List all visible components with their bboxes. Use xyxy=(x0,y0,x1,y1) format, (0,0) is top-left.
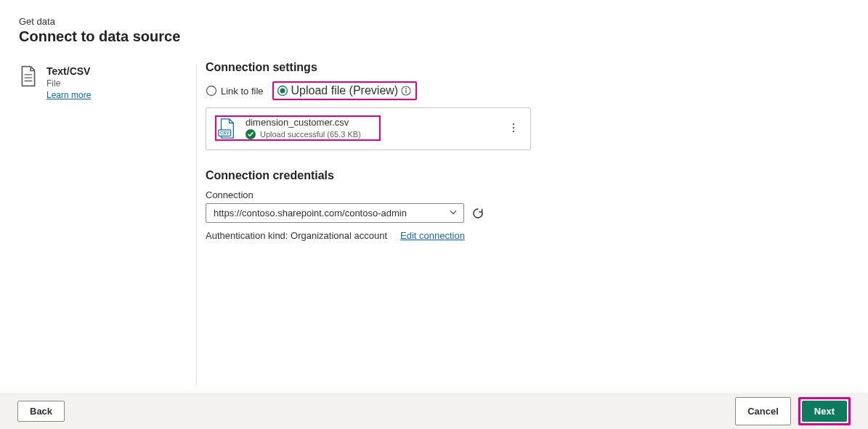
svg-point-10 xyxy=(513,126,514,128)
next-button-highlight: Next xyxy=(798,397,851,425)
connector-name: Text/CSV xyxy=(46,65,91,77)
breadcrumb: Get data xyxy=(19,16,849,27)
connection-mode-radio-group: Link to file Upload file (Preview) xyxy=(206,81,849,100)
radio-unchecked-icon xyxy=(206,85,217,97)
svg-point-0 xyxy=(207,86,216,96)
authentication-kind: Authentication kind: Organizational acco… xyxy=(206,230,387,241)
edit-connection-link[interactable]: Edit connection xyxy=(400,230,465,241)
page-title: Connect to data source xyxy=(19,28,849,45)
back-button[interactable]: Back xyxy=(17,401,65,422)
upload-status-text: Upload successful (65.3 KB) xyxy=(260,130,361,139)
uploaded-file-card: CSV dimension_customer.csv Upload succes… xyxy=(206,107,531,150)
dialog-footer: Back Cancel Next xyxy=(0,393,868,429)
refresh-icon[interactable] xyxy=(471,207,484,220)
document-icon xyxy=(19,65,38,87)
svg-point-2 xyxy=(280,89,285,94)
svg-point-11 xyxy=(513,130,514,131)
connector-subtype: File xyxy=(46,78,91,89)
uploaded-file-name: dimension_customer.csv xyxy=(246,117,361,128)
radio-link-to-file-label: Link to file xyxy=(221,86,264,97)
svg-rect-5 xyxy=(405,90,406,94)
radio-upload-file[interactable]: Upload file (Preview) xyxy=(272,81,418,100)
next-button[interactable]: Next xyxy=(802,401,847,422)
radio-upload-file-label: Upload file (Preview) xyxy=(291,84,399,97)
svg-text:CSV: CSV xyxy=(220,130,230,135)
cancel-button[interactable]: Cancel xyxy=(735,397,791,425)
more-options-icon[interactable] xyxy=(506,119,522,139)
success-check-icon xyxy=(246,129,256,139)
learn-more-link[interactable]: Learn more xyxy=(46,90,91,100)
csv-file-icon: CSV xyxy=(216,118,237,139)
connector-sidebar: Text/CSV File Learn more xyxy=(19,57,196,393)
connection-settings-heading: Connection settings xyxy=(206,61,849,74)
radio-checked-icon xyxy=(277,85,288,97)
connection-select-value: https://contoso.sharepoint.com/contoso-a… xyxy=(214,208,407,218)
info-icon[interactable] xyxy=(401,86,411,96)
chevron-down-icon xyxy=(449,208,458,218)
svg-point-9 xyxy=(513,123,514,124)
main-panel: Connection settings Link to file Upload … xyxy=(197,57,849,393)
svg-point-4 xyxy=(405,88,407,89)
connection-select[interactable]: https://contoso.sharepoint.com/contoso-a… xyxy=(206,203,464,223)
radio-link-to-file[interactable]: Link to file xyxy=(206,85,264,97)
connection-credentials-heading: Connection credentials xyxy=(206,169,849,182)
connector-item: Text/CSV File Learn more xyxy=(19,65,196,100)
connection-field-label: Connection xyxy=(206,189,849,200)
